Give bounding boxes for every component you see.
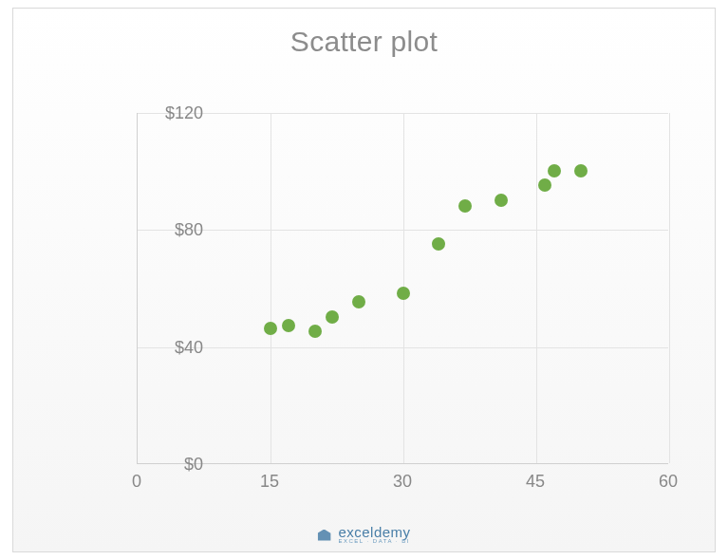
- chart-container: Scatter plot 015304560$0$40$80$120 excel…: [12, 8, 716, 552]
- y-tick-label: $0: [108, 455, 203, 475]
- plot-wrap: 015304560$0$40$80$120: [80, 94, 687, 493]
- data-point: [282, 319, 295, 332]
- y-tick-label: $120: [108, 103, 203, 123]
- data-point: [264, 322, 277, 335]
- data-point: [458, 199, 472, 213]
- gridline-horizontal: [138, 113, 668, 114]
- x-tick-label: 60: [640, 472, 697, 492]
- watermark-icon: [317, 528, 332, 541]
- data-point: [326, 310, 339, 324]
- x-tick-label: 0: [108, 472, 165, 492]
- data-point: [308, 325, 322, 338]
- chart-title: Scatter plot: [13, 9, 715, 67]
- watermark-text: exceldemy EXCEL · DATA · BI: [338, 524, 410, 544]
- x-tick-label: 30: [374, 472, 431, 492]
- plot-area: [137, 113, 668, 464]
- gridline-vertical: [536, 113, 537, 463]
- gridline-vertical: [271, 113, 271, 463]
- data-point: [538, 178, 551, 192]
- watermark: exceldemy EXCEL · DATA · BI: [317, 524, 410, 544]
- data-point: [574, 164, 588, 177]
- gridline-horizontal: [138, 347, 668, 348]
- watermark-tagline: EXCEL · DATA · BI: [338, 538, 410, 544]
- x-tick-label: 15: [241, 472, 298, 492]
- data-point: [352, 295, 365, 308]
- x-tick-label: 45: [507, 472, 564, 492]
- gridline-vertical: [669, 113, 670, 463]
- data-point: [397, 287, 410, 300]
- data-point: [495, 194, 508, 207]
- data-point: [432, 237, 445, 251]
- y-tick-label: $40: [108, 337, 203, 357]
- gridline-horizontal: [138, 230, 668, 231]
- y-tick-label: $80: [108, 220, 203, 240]
- data-point: [548, 164, 561, 177]
